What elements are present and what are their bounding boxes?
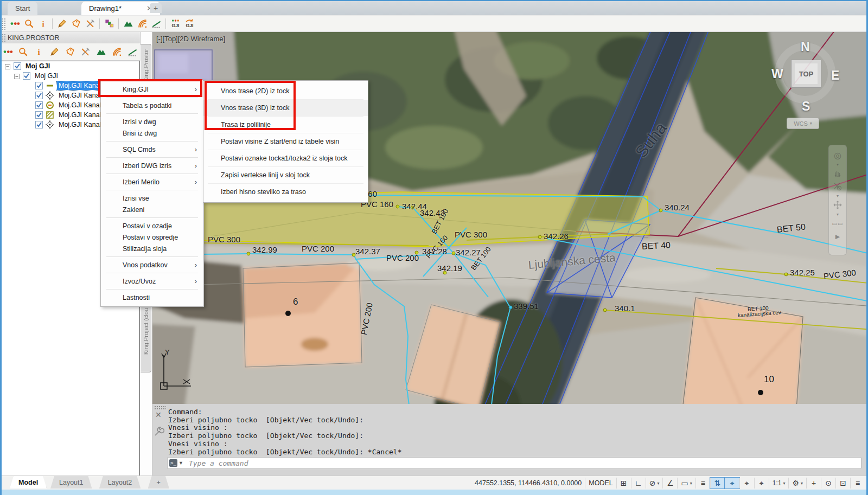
layout-tab-layout2[interactable]: Layout2 [99,476,141,488]
crosshair-icon[interactable]: + [806,478,821,488]
checkbox[interactable] [35,92,43,99]
lineweight-icon[interactable]: ≡ [695,478,710,488]
wrench-icon[interactable] [154,426,164,438]
snap-settings-icon[interactable]: ⌖ [739,478,754,488]
draw-icon[interactable] [48,46,61,59]
tree-item[interactable]: Moj GJI [2,61,139,71]
document-tab-drawing1[interactable]: Drawing1*✕ [81,2,160,15]
tree-expander-icon[interactable] [14,73,20,79]
command-panel-grip[interactable] [154,406,166,409]
tree-expander-icon[interactable] [5,63,10,69]
new-tab-button[interactable]: + [150,3,162,13]
customization-icon[interactable]: ≡ [850,478,865,488]
info-icon[interactable]: i [36,17,50,30]
menu-item-izberi-merilo[interactable]: Izberi Merilo› [101,176,203,188]
viewcube-top[interactable]: TOP [791,60,821,88]
wcs-dropdown[interactable]: WCS▾ [787,118,819,129]
vertical-tab-project[interactable]: King.Project (clou [141,303,151,372]
menu-item-zakleni[interactable]: Zakleni [101,204,203,215]
polar-tracking-icon[interactable]: ⊘▾ [646,478,663,488]
signal-icon[interactable] [135,17,149,30]
command-input-row[interactable]: >_ ▼ [167,457,861,469]
navigation-bar[interactable]: ◎ ▾ ▾ ▾ ▭▭ ▶ [828,145,847,255]
clean-screen-icon[interactable]: ⊡ [835,478,850,488]
menu-item-tabela-s-podatki[interactable]: Tabela s podatki [101,100,203,111]
grid-icon[interactable]: ⊞ [616,478,631,488]
checkbox[interactable] [14,62,21,70]
compass-south[interactable]: S [802,99,810,114]
prune-icon[interactable] [83,17,97,30]
slope-icon[interactable] [149,17,163,30]
dynamic-input-icon[interactable]: ⌖ [754,478,769,488]
chevron-down-icon[interactable]: ▾ [837,162,839,167]
label-icon[interactable] [63,46,76,59]
isometric-draft-icon[interactable]: ∠ [662,478,677,488]
menu-item-izrisi-vse[interactable]: Izrisi vse [101,192,203,204]
signal-icon[interactable] [110,46,123,59]
pan-hand-icon[interactable] [833,167,843,180]
zoom-icon[interactable] [22,17,36,30]
checkbox[interactable] [23,72,30,80]
showmotion-icon[interactable]: ▭▭ [832,217,844,230]
info-icon[interactable]: i [33,46,46,59]
viewport-controls-label[interactable]: [-][Top][2D Wireframe] [156,35,225,43]
submenu-item-postavi-oznake-tocka1-tozka2-iz-sloja-tock[interactable]: Postavi oznake tocka1/tozka2 iz sloja to… [203,150,368,166]
tree-item-label[interactable]: Moj GJI [33,72,60,80]
coordinates-readout[interactable]: 447552.1355, 114466.4310, 0.0000 [471,478,585,488]
zoom-extents-icon[interactable] [833,180,843,193]
compass-west[interactable]: W [771,67,783,81]
submenu-item-izberi-hisno-stevilko-za-traso[interactable]: Izberi hisno stevilko za traso [203,184,368,200]
chevron-down-icon[interactable]: ▼ [178,460,183,466]
layers-icon[interactable] [102,17,116,30]
object-snap-icon[interactable]: ⌖ [725,478,739,488]
menu-item-izvoz-uvoz[interactable]: Izvoz/Uvoz› [101,275,203,287]
label-icon[interactable] [69,17,83,30]
toolbar-grip[interactable] [2,18,5,30]
chevron-down-icon[interactable]: ▾ [837,211,839,217]
menu-item-brisi-iz-dwg[interactable]: Brisi iz dwg [101,127,203,139]
annotation-scale-icon[interactable]: 1:1▾ [769,478,789,488]
menu-item-izrisi-v-dwg[interactable]: Izrisi v dwg [101,116,203,127]
points-icon[interactable] [8,17,22,30]
compass-east[interactable]: E [831,68,839,83]
steering-wheel-icon[interactable]: ◎ [834,149,841,162]
gji-arrow-icon[interactable]: GJI [182,17,196,30]
submenu-item-zapisi-vertekse-linij-v-sloj-tock[interactable]: Zapisi vertekse linij v sloj tock [203,167,368,183]
layout-tab-model[interactable]: Model [10,476,47,488]
menu-item-izberi-dwg-izris[interactable]: Izberi DWG izris› [101,160,203,171]
isolate-objects-icon[interactable]: ⊙ [821,478,835,488]
checkbox[interactable] [35,121,43,128]
settings-gear-icon[interactable]: ⚙▾ [788,478,806,488]
draw-icon[interactable] [55,17,69,30]
checkbox[interactable] [35,82,43,89]
checkbox[interactable] [35,101,43,109]
menu-item-lastnosti[interactable]: Lastnosti [101,292,203,303]
terrain-icon[interactable] [95,46,108,59]
document-tab-start[interactable]: Start [8,2,37,15]
menu-item-postavi-v-ozadje[interactable]: Postavi v ozadje [101,220,203,232]
gji-dots-icon[interactable]: GJI [168,17,182,30]
annotation-monitor-icon[interactable]: ▭▾ [677,478,695,488]
compass-north[interactable]: N [801,40,810,54]
menu-item-vnos-podatkov[interactable]: Vnos podatkov› [101,259,203,271]
checkbox[interactable] [35,111,43,119]
model-space-button[interactable]: MODEL [585,478,616,488]
new-layout-button[interactable]: + [148,476,169,488]
palette-header[interactable]: KING.PROSTOR [0,31,141,44]
tree-item-label[interactable]: Moj GJI [24,62,52,70]
autosnap-tracking-icon[interactable]: ⇅ [710,478,725,488]
slope-icon[interactable] [126,46,139,59]
palette-grip[interactable] [2,34,5,42]
zoom-icon[interactable] [17,46,30,59]
menu-item-stilizacija-sloja[interactable]: Stilizacija sloja [101,243,203,254]
prune-icon[interactable] [79,46,92,59]
ortho-icon[interactable]: ∟ [631,478,646,488]
close-icon[interactable]: ✕ [155,410,162,419]
chevron-down-icon[interactable]: ▾ [837,193,839,198]
points-icon[interactable] [1,46,14,59]
command-input[interactable] [188,459,861,468]
submenu-item-postavi-visine-z-start-end-iz-tabele-visin[interactable]: Postavi visine Z start/end iz tabele vis… [203,133,368,150]
terrain-icon[interactable] [121,17,135,30]
menu-item-postavi-v-ospredje[interactable]: Postavi v ospredje [101,232,203,243]
play-icon[interactable]: ▶ [835,230,840,243]
